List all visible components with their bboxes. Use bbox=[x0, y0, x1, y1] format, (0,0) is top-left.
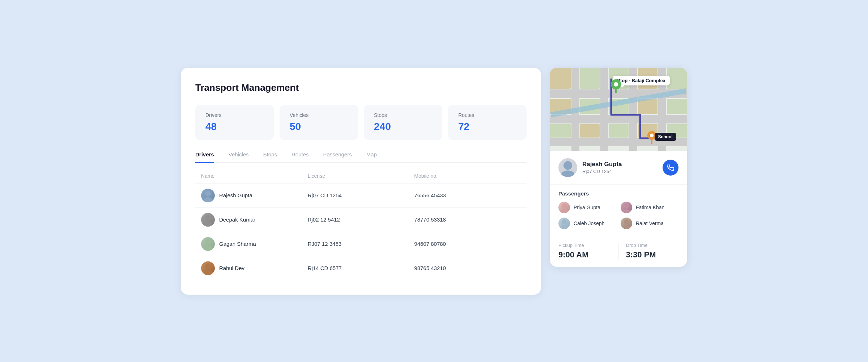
svg-point-35 bbox=[650, 134, 654, 137]
tab-routes[interactable]: Routes bbox=[292, 151, 309, 163]
driver-name-cell: Rahul Dev bbox=[201, 261, 308, 275]
svg-point-4 bbox=[205, 239, 211, 245]
drop-value: 3:30 PM bbox=[626, 250, 679, 260]
svg-point-2 bbox=[205, 215, 211, 221]
svg-point-5 bbox=[204, 246, 212, 251]
page-title: Transport Management bbox=[195, 82, 527, 93]
passenger-item: Priya Gupta bbox=[558, 202, 616, 213]
svg-point-45 bbox=[623, 225, 630, 229]
svg-point-3 bbox=[204, 222, 212, 227]
passenger-name: Priya Gupta bbox=[574, 205, 600, 210]
driver-side-name: Rajesh Gupta bbox=[582, 161, 622, 168]
stat-label-drivers: Drivers bbox=[205, 112, 264, 118]
svg-point-44 bbox=[624, 219, 629, 224]
passenger-avatar bbox=[558, 218, 570, 229]
svg-point-1 bbox=[204, 197, 212, 202]
col-name: Name bbox=[201, 173, 308, 179]
avatar bbox=[201, 237, 215, 251]
pickup-block: Pickup Time 9:00 AM bbox=[558, 243, 611, 260]
license: RJ07 12 3453 bbox=[308, 241, 414, 247]
svg-point-33 bbox=[614, 82, 618, 87]
driver-info-left: Rajesh Gupta Rj07 CD 1254 bbox=[558, 158, 622, 177]
driver-side-license: Rj07 CD 1254 bbox=[582, 169, 622, 174]
table-row[interactable]: Rahul Dev Rj14 CD 6577 98765 43210 bbox=[195, 256, 527, 280]
call-button[interactable] bbox=[663, 160, 678, 176]
tab-vehicles[interactable]: Vehicles bbox=[229, 151, 249, 163]
stat-label-routes: Routes bbox=[458, 112, 516, 118]
passenger-avatar bbox=[621, 202, 632, 213]
stat-card-drivers: Drivers 48 bbox=[195, 105, 274, 140]
table-row[interactable]: Gagan Sharma RJ07 12 3453 94607 80780 bbox=[195, 232, 527, 256]
tab-drivers[interactable]: Drivers bbox=[195, 151, 214, 163]
stat-value-vehicles: 50 bbox=[290, 121, 348, 132]
time-section: Pickup Time 9:00 AM Drop Time 3:30 PM bbox=[550, 235, 687, 267]
driver-name-cell: Deepak Kumar bbox=[201, 213, 308, 227]
svg-point-39 bbox=[561, 209, 568, 213]
passengers-title: Passengers bbox=[558, 190, 678, 197]
stat-card-vehicles: Vehicles 50 bbox=[280, 105, 358, 140]
avatar bbox=[201, 189, 215, 202]
stat-value-drivers: 48 bbox=[205, 121, 264, 132]
map-area: Stop - Balaji Complex School bbox=[550, 68, 687, 151]
side-panel: Stop - Balaji Complex School bbox=[550, 68, 687, 267]
avatar bbox=[201, 213, 215, 227]
svg-rect-27 bbox=[580, 124, 600, 138]
driver-side-avatar bbox=[558, 158, 577, 177]
license: Rj07 CD 1254 bbox=[308, 192, 414, 198]
svg-point-42 bbox=[562, 219, 567, 224]
table-row[interactable]: Deepak Kumar Rj02 12 5412 78770 53318 bbox=[195, 207, 527, 232]
table-row[interactable]: Rajesh Gupta Rj07 CD 1254 76556 45433 bbox=[195, 183, 527, 207]
svg-rect-17 bbox=[580, 68, 600, 89]
passenger-avatar bbox=[621, 218, 632, 229]
svg-rect-16 bbox=[550, 68, 571, 89]
svg-point-37 bbox=[561, 171, 574, 177]
svg-point-6 bbox=[205, 264, 211, 269]
svg-rect-28 bbox=[609, 124, 629, 138]
license: Rj14 CD 6577 bbox=[308, 265, 414, 271]
svg-rect-26 bbox=[550, 124, 571, 138]
passenger-item: Caleb Joseph bbox=[558, 218, 616, 229]
stat-card-stops: Stops 240 bbox=[364, 105, 442, 140]
tab-map[interactable]: Map bbox=[366, 151, 377, 163]
passenger-name: Caleb Joseph bbox=[574, 220, 605, 226]
passenger-item: Rajat Verma bbox=[621, 218, 678, 229]
driver-name: Gagan Sharma bbox=[219, 241, 256, 247]
pickup-label: Pickup Time bbox=[558, 243, 611, 248]
tab-stops[interactable]: Stops bbox=[263, 151, 277, 163]
school-label: School bbox=[655, 133, 676, 141]
mobile: 76556 45433 bbox=[414, 192, 521, 198]
driver-info-section: Rajesh Gupta Rj07 CD 1254 bbox=[550, 151, 687, 185]
passenger-avatar bbox=[558, 202, 570, 213]
stat-label-stops: Stops bbox=[374, 112, 432, 118]
stat-value-stops: 240 bbox=[374, 121, 432, 132]
driver-name-cell: Gagan Sharma bbox=[201, 237, 308, 251]
drivers-table: Name License Mobile no. Rajesh Gupta Rj0… bbox=[195, 173, 527, 280]
svg-point-43 bbox=[561, 225, 568, 229]
driver-name: Rajesh Gupta bbox=[219, 192, 252, 198]
main-card: Transport Management Drivers 48 Vehicles… bbox=[181, 68, 541, 295]
driver-name: Deepak Kumar bbox=[219, 216, 255, 223]
svg-rect-13 bbox=[600, 68, 608, 151]
svg-point-0 bbox=[205, 191, 211, 197]
tab-passengers[interactable]: Passengers bbox=[323, 151, 352, 163]
svg-point-40 bbox=[624, 203, 629, 209]
drop-label: Drop Time bbox=[626, 243, 679, 248]
col-license: License bbox=[308, 173, 414, 179]
passenger-item: Fatima Khan bbox=[621, 202, 678, 213]
license: Rj02 12 5412 bbox=[308, 216, 414, 223]
passengers-grid: Priya Gupta Fatima Khan Caleb Joseph bbox=[558, 202, 678, 229]
stats-row: Drivers 48 Vehicles 50 Stops 240 Routes … bbox=[195, 105, 527, 140]
mobile: 78770 53318 bbox=[414, 216, 521, 223]
driver-text: Rajesh Gupta Rj07 CD 1254 bbox=[582, 161, 622, 174]
driver-name-cell: Rajesh Gupta bbox=[201, 189, 308, 202]
driver-name: Rahul Dev bbox=[219, 265, 244, 271]
table-header: Name License Mobile no. bbox=[195, 173, 527, 183]
passengers-section: Passengers Priya Gupta Fatima Khan bbox=[550, 185, 687, 235]
map-pin-green bbox=[610, 79, 622, 90]
mobile: 94607 80780 bbox=[414, 241, 521, 247]
pickup-value: 9:00 AM bbox=[558, 250, 611, 260]
svg-point-41 bbox=[623, 209, 630, 213]
svg-point-36 bbox=[563, 161, 572, 170]
stat-value-routes: 72 bbox=[458, 121, 516, 132]
svg-rect-20 bbox=[667, 68, 687, 89]
